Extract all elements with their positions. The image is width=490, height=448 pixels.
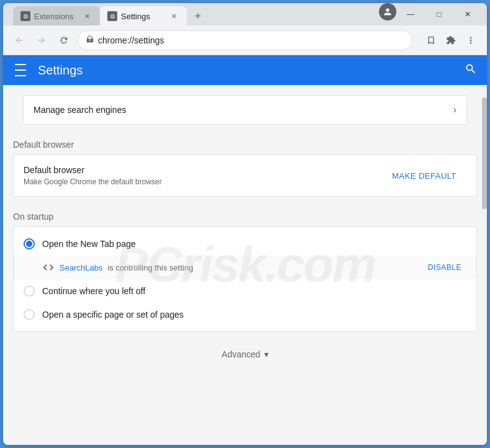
refresh-button[interactable]: [55, 32, 73, 49]
settings-tab-label: Settings: [121, 12, 150, 21]
extension-button[interactable]: [442, 32, 460, 49]
secure-icon: [86, 35, 94, 45]
advanced-button[interactable]: Advanced ▾: [221, 349, 268, 359]
hamburger-menu-button[interactable]: [13, 63, 28, 78]
default-browser-title: Default browser: [24, 165, 162, 175]
scrollbar-track[interactable]: [482, 85, 487, 445]
omnibox[interactable]: chrome://settings: [78, 30, 412, 50]
startup-option-new-tab[interactable]: Open the New Tab page: [14, 232, 476, 256]
title-bar: ⚙ Extensions ✕ ⚙ Settings ✕ + — □ ✕: [3, 3, 487, 25]
searchlabs-notification-row: SearchLabs is controlling this setting D…: [14, 256, 476, 279]
advanced-section: Advanced ▾: [3, 337, 487, 372]
startup-option-specific-page[interactable]: Open a specific page or set of pages: [14, 303, 476, 326]
address-bar: chrome://settings: [3, 25, 487, 55]
extensions-tab-close[interactable]: ✕: [81, 11, 92, 22]
bookmark-button[interactable]: [422, 32, 440, 49]
window-controls: — □ ✕: [379, 3, 482, 25]
profile-avatar[interactable]: [379, 3, 396, 20]
manage-search-chevron-icon: ›: [453, 104, 457, 115]
omnibox-actions: [422, 32, 479, 49]
radio-new-tab[interactable]: [24, 238, 35, 249]
radio-new-tab-fill: [26, 241, 32, 247]
maximize-button[interactable]: □: [425, 3, 453, 25]
tabs-container: ⚙ Extensions ✕ ⚙ Settings ✕ +: [8, 3, 379, 26]
settings-header: Settings: [3, 55, 487, 85]
disable-searchlabs-button[interactable]: DISABLE: [423, 261, 466, 274]
manage-search-engines-row[interactable]: Manage search engines ›: [23, 95, 467, 125]
close-button[interactable]: ✕: [453, 3, 482, 25]
scrollbar-thumb[interactable]: [482, 97, 487, 209]
menu-button[interactable]: [462, 32, 479, 49]
tab-settings[interactable]: ⚙ Settings ✕: [100, 6, 187, 26]
settings-search-button[interactable]: [465, 63, 477, 78]
advanced-arrow-icon: ▾: [264, 349, 269, 359]
extensions-tab-label: Extensions: [34, 12, 74, 21]
back-button[interactable]: [11, 32, 28, 49]
manage-search-label: Manage search engines: [33, 105, 126, 115]
settings-main: PCrisk.com Manage search engines › Defau…: [3, 85, 487, 445]
settings-tab-close[interactable]: ✕: [168, 11, 179, 22]
settings-page-title: Settings: [38, 63, 455, 78]
startup-option-continue[interactable]: Continue where you left off: [14, 279, 476, 303]
forward-button[interactable]: [33, 32, 50, 49]
startup-card: Open the New Tab page SearchLabs is cont…: [13, 226, 477, 332]
radio-continue[interactable]: [24, 285, 35, 297]
searchlabs-link[interactable]: SearchLabs: [60, 263, 102, 272]
default-browser-info: Default browser Make Google Chrome the d…: [24, 165, 162, 186]
startup-option-specific-page-label: Open a specific page or set of pages: [42, 310, 184, 320]
settings-tab-icon: ⚙: [107, 11, 117, 21]
browser-window: ⚙ Extensions ✕ ⚙ Settings ✕ + — □ ✕: [3, 3, 487, 445]
startup-option-new-tab-label: Open the New Tab page: [42, 239, 136, 249]
advanced-label: Advanced: [221, 349, 260, 359]
minimize-button[interactable]: —: [396, 3, 425, 25]
searchlabs-info: SearchLabs is controlling this setting: [42, 261, 193, 274]
new-tab-button[interactable]: +: [189, 7, 207, 25]
default-browser-subtitle: Make Google Chrome the default browser: [24, 177, 162, 186]
make-default-button[interactable]: MAKE DEFAULT: [382, 166, 466, 186]
startup-option-continue-label: Continue where you left off: [42, 286, 145, 296]
default-browser-section-header: Default browser: [3, 130, 487, 155]
searchlabs-icon: [42, 261, 55, 274]
radio-specific-page[interactable]: [24, 309, 35, 320]
tab-extensions[interactable]: ⚙ Extensions ✕: [13, 6, 100, 26]
url-display: chrome://settings: [98, 35, 404, 45]
extensions-tab-icon: ⚙: [20, 11, 30, 21]
settings-content: PCrisk.com Manage search engines › Defau…: [3, 85, 487, 445]
default-browser-card: Default browser Make Google Chrome the d…: [13, 155, 477, 197]
on-startup-section-header: On startup: [3, 202, 487, 226]
searchlabs-suffix: is controlling this setting: [107, 263, 193, 272]
